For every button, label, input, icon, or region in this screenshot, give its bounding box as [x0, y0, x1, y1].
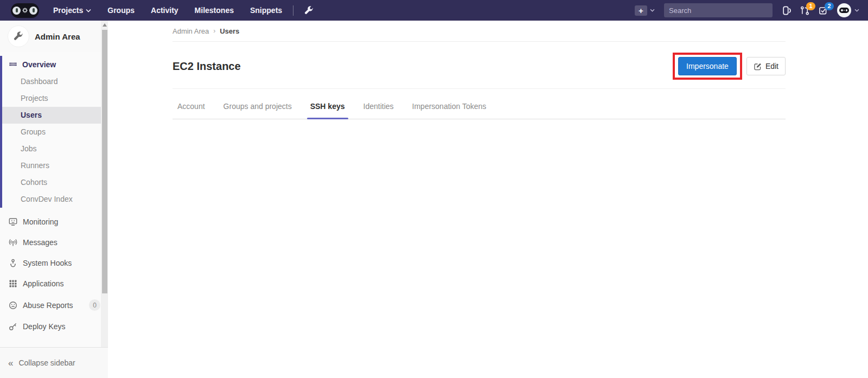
admin-area-wrench-icon[interactable]: [304, 6, 314, 15]
collapse-chevrons-icon: «: [8, 358, 13, 368]
user-menu[interactable]: [837, 3, 859, 17]
sidebar-item-convdev-index[interactable]: ConvDev Index: [2, 191, 108, 208]
tab-impersonation-tokens[interactable]: Impersonation Tokens: [407, 94, 492, 119]
collapse-sidebar-button[interactable]: « Collapse sidebar: [0, 347, 108, 378]
sidebar-item-system-hooks[interactable]: System Hooks: [0, 253, 108, 273]
breadcrumb-admin-area-link[interactable]: Admin Area: [173, 27, 209, 35]
logo-right-eye-icon: [29, 7, 37, 15]
merge-requests-count-badge: 1: [806, 2, 815, 10]
chevron-down-icon: [86, 9, 91, 12]
logo-left-eye-icon: [12, 7, 21, 15]
annotation-red-box: Impersonate: [673, 53, 742, 80]
key-icon: [9, 322, 17, 331]
sidebar-title: Admin Area: [35, 32, 80, 41]
admin-sidebar: Admin Area Overview Dashboard Projects U…: [0, 21, 108, 378]
sidebar-item-projects[interactable]: Projects: [2, 90, 108, 107]
broadcast-icon: [9, 238, 17, 247]
impersonate-button[interactable]: Impersonate: [678, 57, 737, 75]
sidebar-item-deploy-keys-label: Deploy Keys: [23, 322, 100, 331]
monitor-icon: [9, 217, 17, 226]
user-avatar: [837, 3, 851, 17]
overview-grid-icon: [9, 61, 17, 69]
todos-icon[interactable]: 2: [819, 6, 828, 15]
nav-item-activity[interactable]: Activity: [151, 6, 178, 15]
sidebar-item-users[interactable]: Users: [2, 107, 108, 124]
new-item-dropdown[interactable]: +: [635, 5, 655, 16]
todos-count-badge: 2: [825, 2, 834, 10]
logo-gear-icon: [22, 8, 28, 13]
breadcrumb: Admin Area › Users: [173, 21, 786, 42]
page-title: EC2 Instance: [173, 60, 241, 73]
sidebar-item-messages[interactable]: Messages: [0, 232, 108, 253]
sidebar-item-monitoring[interactable]: Monitoring: [0, 212, 108, 232]
instance-logo[interactable]: [11, 3, 39, 18]
nav-divider: [293, 5, 293, 16]
user-detail-tabs: Account Groups and projects SSH keys Ide…: [173, 94, 786, 119]
navbar-right-group: + 1: [635, 3, 859, 17]
sidebar-item-applications[interactable]: Applications: [0, 273, 108, 294]
breadcrumb-users-link[interactable]: Users: [220, 27, 239, 35]
admin-area-avatar: [8, 25, 29, 47]
hook-icon: [9, 259, 17, 267]
primary-nav-menu: Projects Groups Activity Milestones Snip…: [53, 6, 282, 15]
tab-ssh-keys[interactable]: SSH keys: [305, 94, 350, 119]
collapse-sidebar-label: Collapse sidebar: [18, 358, 75, 367]
wrench-icon: [14, 31, 23, 41]
sidebar-section-overview: Overview Dashboard Projects Users Groups…: [0, 56, 108, 208]
abuse-reports-count-badge: 0: [89, 299, 100, 311]
sidebar-item-runners[interactable]: Runners: [2, 157, 108, 174]
sidebar-context-header[interactable]: Admin Area: [0, 21, 108, 52]
sidebar-item-overview-label: Overview: [22, 60, 56, 69]
scrollbar-thumb[interactable]: [102, 30, 107, 293]
nav-item-milestones[interactable]: Milestones: [195, 6, 234, 15]
scrollbar-up-arrow[interactable]: [103, 23, 107, 27]
chevron-down-icon: [854, 9, 859, 12]
sidebar-section-list: Monitoring Messages System Hooks: [0, 212, 108, 337]
nav-item-projects-label: Projects: [53, 6, 83, 15]
nav-item-snippets[interactable]: Snippets: [250, 6, 282, 15]
sidebar-item-overview[interactable]: Overview: [2, 56, 108, 73]
tab-identities[interactable]: Identities: [359, 94, 399, 119]
tab-groups-and-projects[interactable]: Groups and projects: [219, 94, 297, 119]
search-input[interactable]: [669, 7, 764, 15]
chevron-down-icon: [650, 9, 655, 12]
sidebar-item-jobs[interactable]: Jobs: [2, 140, 108, 157]
sidebar-item-messages-label: Messages: [23, 238, 100, 247]
sidebar-item-cohorts[interactable]: Cohorts: [2, 174, 108, 191]
sidebar-item-monitoring-label: Monitoring: [23, 217, 100, 227]
sidebar-item-abuse-reports[interactable]: Abuse Reports 0: [0, 294, 108, 316]
nav-item-projects[interactable]: Projects: [53, 6, 91, 15]
sidebar-item-system-hooks-label: System Hooks: [23, 258, 100, 268]
tab-account[interactable]: Account: [173, 94, 210, 119]
global-search[interactable]: [664, 3, 773, 17]
sidebar-item-dashboard[interactable]: Dashboard: [2, 73, 108, 90]
applications-grid-icon: [9, 279, 17, 288]
issues-icon[interactable]: [782, 6, 791, 15]
sidebar-item-groups[interactable]: Groups: [2, 124, 108, 140]
nav-item-groups[interactable]: Groups: [107, 6, 135, 15]
abuse-face-icon: [9, 301, 17, 310]
merge-requests-icon[interactable]: 1: [800, 6, 809, 15]
page-actions: Impersonate Edit: [673, 53, 786, 80]
top-navbar: Projects Groups Activity Milestones Snip…: [0, 0, 868, 21]
sidebar-scrollbar: [101, 21, 108, 347]
sidebar-item-deploy-keys[interactable]: Deploy Keys: [0, 316, 108, 337]
breadcrumb-separator: ›: [213, 27, 215, 35]
sidebar-item-abuse-reports-label: Abuse Reports: [23, 300, 84, 310]
edit-button[interactable]: Edit: [746, 57, 786, 75]
user-page-header: EC2 Instance Impersonate Edit: [173, 42, 786, 89]
edit-button-label: Edit: [765, 61, 778, 71]
sidebar-item-applications-label: Applications: [23, 279, 100, 289]
edit-pencil-icon: [754, 62, 762, 71]
main-content: Admin Area › Users EC2 Instance Imperson…: [108, 21, 868, 378]
plus-icon: +: [635, 5, 647, 16]
